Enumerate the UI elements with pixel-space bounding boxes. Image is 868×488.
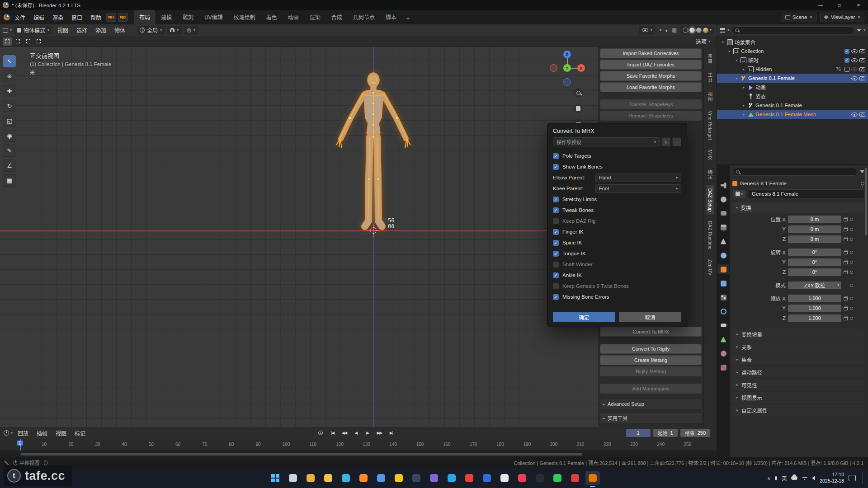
animate-property-dot[interactable] — [850, 297, 853, 300]
dialog-option-row[interactable]: Show Link Bones ▾ — [553, 161, 681, 172]
frame-end-field[interactable]: 结束250 — [680, 429, 710, 437]
shading-solid-button[interactable] — [689, 28, 695, 33]
auto-keying-toggle[interactable] — [318, 431, 323, 435]
play-button[interactable]: ▶ — [363, 428, 373, 437]
expand-caret[interactable]: ▸ — [741, 103, 746, 108]
outliner-row[interactable]: ▸ Genesis 8.1 Female Mesh — [717, 110, 868, 119]
disable-in-renders-toggle[interactable] — [859, 76, 865, 80]
timeline-editor-type-icon[interactable] — [4, 430, 9, 436]
cancel-button[interactable]: 取消 — [619, 312, 681, 322]
expand-caret[interactable]: ▸ — [741, 67, 746, 71]
transform-value-field[interactable]: 0 m▾ — [788, 216, 841, 223]
disable-in-renders-toggle[interactable] — [859, 67, 865, 71]
timeline-menu[interactable]: 插帧 — [33, 428, 51, 438]
collapsed-panel[interactable]: ▸ 视图显示 — [732, 392, 864, 403]
tool-measure[interactable]: ∠ — [3, 160, 16, 172]
transform-value-field[interactable]: ZXY 欧拉▾ — [788, 282, 841, 289]
zoom-icon[interactable] — [573, 88, 583, 98]
daz-panel-button[interactable]: Create Metarig — [600, 355, 702, 365]
taskbar-app-12[interactable] — [568, 471, 582, 485]
gizmos-toggle[interactable]: ⌖ — [659, 27, 662, 33]
tool-transform[interactable]: ◉ — [3, 130, 16, 142]
hide-in-viewport-toggle[interactable] — [851, 113, 858, 117]
animate-property-dot[interactable] — [850, 307, 853, 310]
taskbar-app-7[interactable] — [480, 471, 494, 485]
lock-icon[interactable] — [844, 228, 848, 231]
unlink-scene-icon[interactable]: ✕ — [809, 15, 813, 19]
timeline-menu[interactable]: 标记 — [71, 428, 89, 438]
next-keyframe-button[interactable]: ▶▶ — [374, 428, 384, 437]
ok-button[interactable]: 确定 — [553, 312, 615, 322]
visibility-dropdown[interactable]: ▾ — [639, 26, 656, 35]
app-menu[interactable]: 帮助 — [87, 12, 105, 23]
transform-value-field[interactable]: 0°▾ — [788, 258, 841, 266]
workspace-tab[interactable]: 建模 — [156, 10, 177, 24]
taskbar-app-1[interactable] — [303, 471, 318, 485]
tool-options-label[interactable]: 选项 — [696, 38, 707, 45]
taskbar-app-6[interactable] — [444, 471, 459, 485]
transform-value-field[interactable]: 0°▾ — [788, 268, 841, 276]
sidebar-tab[interactable]: Zen UV — [706, 256, 714, 279]
daz-panel-button[interactable]: Rigify Metarig — [600, 366, 702, 376]
outliner-row[interactable]: ▸ Genesis 8.1 Female — [717, 101, 868, 110]
axis-y-handle[interactable]: Y — [563, 64, 571, 72]
daz-panel-button[interactable]: Convert To MHX — [600, 327, 702, 337]
daz-panel-button[interactable]: Transfer Shapekeys — [600, 99, 702, 109]
app-menu[interactable]: 编辑 — [30, 12, 48, 23]
edge-browser[interactable] — [339, 471, 353, 485]
minimize-button[interactable]: — — [811, 0, 830, 10]
daz-panel-button[interactable]: Import DAZ Favorites — [600, 60, 702, 70]
properties-tab-view-layer[interactable] — [717, 222, 729, 232]
animate-property-dot[interactable] — [850, 271, 853, 274]
proportional-editing-selector[interactable]: ◎ ▾ — [184, 26, 198, 35]
expand-caret[interactable]: ▾ — [727, 49, 731, 53]
outliner-row[interactable]: ▾ Genesis 8.1 Female — [717, 74, 868, 83]
timeline-ruler[interactable]: 10 20 30 40 50 60 70 80 90 10 — [0, 439, 717, 451]
lock-icon[interactable] — [844, 297, 848, 300]
expand-caret[interactable]: ▸ — [741, 85, 746, 89]
properties-tab-constraints[interactable] — [717, 320, 729, 330]
properties-tab-render[interactable] — [717, 194, 729, 204]
lock-icon[interactable] — [844, 271, 848, 274]
workspace-tab[interactable]: 纹理绘制 — [228, 10, 261, 24]
shading-material-button[interactable] — [696, 28, 702, 33]
viewport-menu[interactable]: 视图 — [54, 25, 71, 35]
sidebar-tab[interactable]: MHX — [706, 146, 714, 163]
playhead[interactable]: 1 — [20, 439, 21, 450]
dialog-option-row[interactable]: Spine IK ▾ — [553, 237, 681, 248]
properties-tab-tool[interactable] — [717, 180, 729, 190]
fbx-addon-button[interactable]: FBX — [106, 13, 116, 22]
properties-search-input[interactable] — [732, 168, 858, 176]
outliner-row[interactable]: ▾ 临时 — [717, 56, 868, 65]
dialog-option-row[interactable]: Stretchy Limbs ▾ — [553, 194, 681, 205]
filter-icon[interactable] — [857, 29, 861, 32]
id-type-button[interactable]: ▾ — [732, 189, 746, 198]
properties-tab-modifiers[interactable] — [717, 278, 729, 288]
timeline-scrollbar[interactable] — [21, 453, 582, 455]
workspace-tab[interactable]: 脚本 — [380, 10, 402, 24]
collapsed-panel[interactable]: ▸ 自定义属性 — [732, 404, 864, 416]
disable-in-renders-toggle[interactable] — [859, 58, 865, 62]
lock-icon[interactable] — [844, 261, 848, 264]
transform-value-field[interactable]: 1.000▾ — [788, 305, 841, 312]
workspace-tab[interactable]: 合成 — [326, 10, 348, 24]
dialog-option-row[interactable]: Pole Targets ▾ — [553, 150, 681, 161]
collapsed-panel[interactable]: ▸ 关系 — [732, 341, 864, 352]
animate-property-dot[interactable] — [850, 238, 853, 241]
workspace-tab[interactable]: UV编辑 — [199, 10, 228, 24]
play-reverse-button[interactable]: ◀ — [351, 428, 361, 437]
daz-panel-button[interactable]: Remove Shapekeys — [600, 111, 702, 121]
sidebar-tab[interactable]: DAZ Setup — [706, 185, 714, 215]
select-mode-intersect-button[interactable] — [34, 38, 43, 46]
transform-value-field[interactable]: 1.000▾ — [788, 314, 841, 322]
mode-selector[interactable]: 物体模式 ▾ — [14, 26, 52, 35]
transform-value-field[interactable]: 0 m▾ — [788, 235, 841, 243]
selectability-checkbox[interactable] — [844, 67, 849, 72]
add-preset-button[interactable]: ＋ — [661, 137, 670, 146]
viewport-menu[interactable]: 添加 — [92, 25, 109, 35]
tool-add-cube[interactable]: ▦ — [3, 174, 16, 187]
lock-icon[interactable] — [844, 238, 848, 241]
option-checkbox[interactable] — [553, 283, 559, 289]
option-checkbox[interactable] — [553, 294, 559, 300]
daz-collapsed-section[interactable]: ▸ Advanced Setup — [600, 399, 702, 409]
